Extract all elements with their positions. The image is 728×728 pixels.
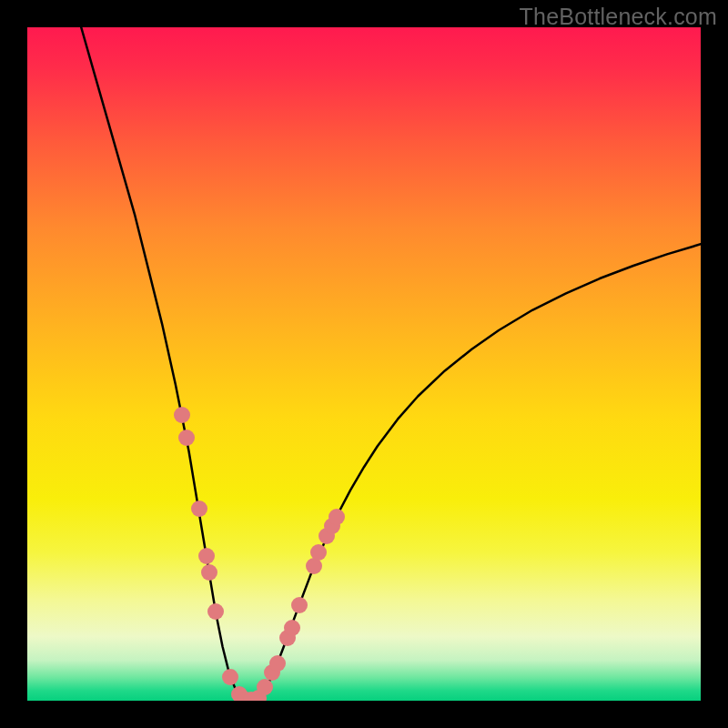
curve-marker bbox=[310, 544, 327, 561]
curve-marker bbox=[207, 603, 224, 620]
curve-marker bbox=[269, 655, 286, 672]
curve-marker bbox=[329, 509, 345, 525]
source-watermark: TheBottleneck.com bbox=[520, 4, 717, 30]
curve-marker bbox=[178, 430, 195, 446]
curve-marker bbox=[174, 407, 190, 423]
curve-markers bbox=[27, 27, 701, 701]
curve-marker bbox=[201, 564, 217, 581]
curve-marker bbox=[284, 620, 300, 636]
curve-marker bbox=[191, 500, 207, 517]
curve-marker bbox=[291, 597, 308, 613]
curve-marker bbox=[257, 679, 273, 695]
curve-marker bbox=[222, 669, 238, 685]
plot-area bbox=[27, 27, 701, 701]
chart-stage: TheBottleneck.com bbox=[0, 0, 728, 728]
curve-marker bbox=[198, 548, 215, 564]
